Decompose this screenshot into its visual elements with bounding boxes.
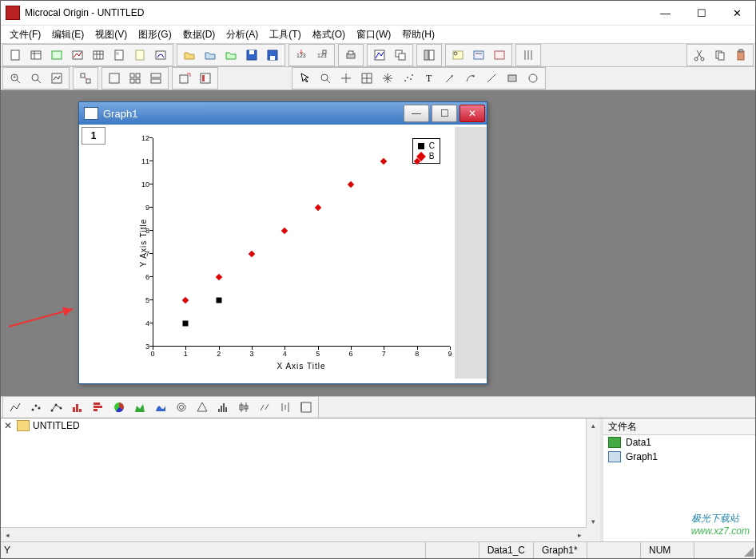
hist-plot-button[interactable]	[213, 398, 233, 417]
add-color-scale-button[interactable]	[196, 69, 215, 88]
menu-file[interactable]: 文件(F)	[4, 26, 46, 43]
duplicate-button[interactable]	[391, 46, 410, 65]
box-plot-button[interactable]	[234, 398, 253, 417]
curved-arrow-button[interactable]	[461, 69, 480, 88]
data-point[interactable]	[380, 158, 387, 165]
import-ascii-button[interactable]: 123	[292, 46, 311, 65]
menu-view[interactable]: 视图(V)	[90, 26, 133, 43]
pin-icon[interactable]: ✕	[4, 420, 12, 431]
import-multiple-ascii-button[interactable]: 123	[312, 46, 332, 65]
project-explorer-button[interactable]	[420, 46, 439, 65]
data-point[interactable]	[314, 204, 320, 211]
graph-page-tab[interactable]: 1	[82, 127, 105, 145]
menu-format[interactable]: 格式(O)	[307, 26, 351, 43]
file-list-item[interactable]: Graph1	[603, 450, 755, 464]
mask-tool-button[interactable]	[378, 69, 397, 88]
file-list-panel[interactable]: 文件名 Data1 Graph1	[600, 418, 755, 541]
area-plot-button[interactable]	[130, 398, 149, 417]
window-close-button[interactable]: ✕	[719, 1, 755, 25]
rescale-button[interactable]	[47, 69, 66, 88]
new-worksheet-button[interactable]	[26, 46, 46, 65]
draw-data-button[interactable]	[399, 69, 418, 88]
save-template-button[interactable]	[263, 46, 282, 65]
menu-tools[interactable]: 工具(T)	[264, 26, 306, 43]
polar-plot-button[interactable]	[172, 398, 191, 417]
menu-analysis[interactable]: 分析(A)	[221, 26, 264, 43]
zoom-in-button[interactable]: +	[6, 69, 25, 88]
layer-vert-button[interactable]	[146, 69, 165, 88]
menu-window[interactable]: 窗口(W)	[351, 26, 396, 43]
x-axis-title[interactable]: X Axis Title	[277, 362, 326, 371]
tree-scrollbar-vertical[interactable]: ▴▾	[586, 418, 600, 528]
scatter-plot-button[interactable]	[26, 398, 46, 417]
new-matrix-button[interactable]	[89, 46, 108, 65]
file-list-item[interactable]: Data1	[603, 435, 755, 450]
new-excel-button[interactable]	[47, 46, 66, 65]
arrow-tool-button[interactable]	[440, 69, 460, 88]
menu-edit[interactable]: 编辑(E)	[46, 26, 90, 43]
line-symbol-plot-button[interactable]	[47, 398, 66, 417]
results-log-button[interactable]	[448, 46, 468, 65]
script-window-button[interactable]	[469, 46, 488, 65]
window-minimize-button[interactable]: —	[647, 1, 683, 25]
data-reader-button[interactable]	[336, 69, 356, 88]
bar-plot-button[interactable]	[89, 398, 108, 417]
template-plot-button[interactable]	[296, 398, 316, 417]
new-layout-button[interactable]	[109, 46, 129, 65]
open-button[interactable]	[180, 46, 199, 65]
copy-button[interactable]	[710, 46, 730, 65]
tree-scrollbar-horizontal[interactable]: ◂▸	[1, 527, 587, 541]
layer-1-button[interactable]	[105, 69, 124, 88]
data-point[interactable]	[348, 181, 354, 188]
data-point[interactable]	[281, 228, 288, 234]
screen-reader-button[interactable]	[316, 69, 335, 88]
data-point[interactable]	[249, 251, 255, 257]
data-point[interactable]	[216, 298, 221, 303]
data-point[interactable]	[182, 297, 189, 303]
circle-tool-button[interactable]	[523, 69, 543, 88]
vector-plot-button[interactable]	[255, 398, 274, 417]
new-graph-button[interactable]	[68, 46, 87, 65]
paste-button[interactable]	[731, 46, 750, 65]
save-button[interactable]	[242, 46, 261, 65]
graph-window[interactable]: Graph1 — ☐ ✕ 1 X Axis Title Y Axis Title	[78, 101, 487, 384]
new-notes-button[interactable]	[130, 46, 149, 65]
resize-grip-icon[interactable]	[742, 545, 754, 557]
graph-window-titlebar[interactable]: Graph1 — ☐ ✕	[79, 102, 487, 125]
cut-button[interactable]	[690, 46, 709, 65]
print-button[interactable]	[341, 46, 360, 65]
data-point[interactable]	[215, 274, 221, 280]
open-template-button[interactable]	[201, 46, 220, 65]
ternary-plot-button[interactable]	[193, 398, 212, 417]
data-point[interactable]	[183, 321, 189, 327]
y-axis-title[interactable]: Y Axis Title	[139, 218, 148, 267]
file-list-header[interactable]: 文件名	[603, 418, 755, 435]
add-column-button[interactable]	[519, 46, 538, 65]
menu-help[interactable]: 帮助(H)	[396, 26, 440, 43]
layer-grid-button[interactable]	[125, 69, 145, 88]
window-maximize-button[interactable]: ☐	[683, 1, 719, 25]
stock-plot-button[interactable]	[276, 398, 295, 417]
plot-area[interactable]: X Axis Title Y Axis Title C B 0123456789…	[108, 127, 455, 379]
graph-maximize-button[interactable]: ☐	[432, 105, 457, 122]
new-function-button[interactable]	[151, 46, 170, 65]
menu-graph[interactable]: 图形(G)	[133, 26, 177, 43]
add-layer-button[interactable]	[175, 69, 194, 88]
graph-minimize-button[interactable]: —	[404, 105, 429, 122]
data-selector-button[interactable]	[357, 69, 376, 88]
line-plot-button[interactable]	[6, 398, 25, 417]
text-tool-button[interactable]: T	[420, 69, 439, 88]
new-project-button[interactable]	[6, 46, 25, 65]
pointer-tool-button[interactable]	[295, 69, 314, 88]
extract-layers-button[interactable]	[76, 69, 95, 88]
zoom-out-button[interactable]	[26, 69, 46, 88]
line-tool-button[interactable]	[482, 69, 501, 88]
fill-area-plot-button[interactable]	[151, 398, 170, 417]
rectangle-tool-button[interactable]	[503, 69, 522, 88]
graph-close-button[interactable]: ✕	[460, 105, 485, 122]
code-builder-button[interactable]	[490, 46, 509, 65]
column-plot-button[interactable]	[68, 398, 87, 417]
menu-data[interactable]: 数据(D)	[177, 26, 221, 43]
pie-plot-button[interactable]	[109, 398, 129, 417]
project-tree-panel[interactable]: ✕ UNTITLED ▴▾ ◂▸	[1, 418, 600, 541]
